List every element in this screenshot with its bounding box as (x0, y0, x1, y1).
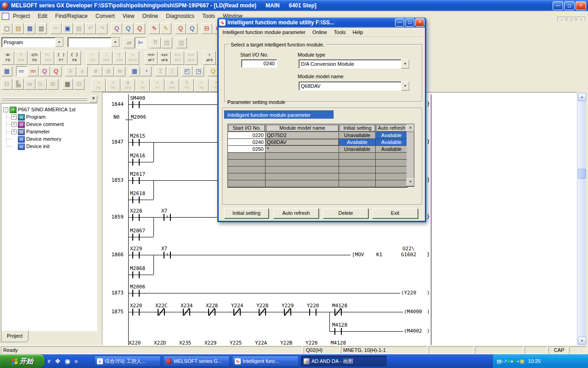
tab-intelligent-function-module-parameter[interactable]: Intelligent function module parameter (224, 110, 334, 119)
device-usage-list-button[interactable]: ◔ (141, 66, 152, 76)
chevron-down-icon[interactable]: ▼ (401, 81, 409, 91)
application-instruction-key[interactable]: { }F8 (68, 51, 81, 65)
exit-button[interactable]: Exit (372, 208, 418, 218)
tree-expand-icon[interactable]: − (3, 107, 8, 112)
transfer-setup-button[interactable]: ⊟ (201, 23, 212, 34)
menu-tools[interactable]: Tools (202, 13, 215, 19)
open-contact-key[interactable]: ⊣⊢F5 (1, 51, 14, 65)
open-window-button[interactable]: ◰ (181, 66, 192, 76)
panel-close-icon[interactable]: × (90, 95, 97, 103)
copy-button[interactable]: ▣ (62, 23, 73, 34)
minimize-button[interactable]: — (553, 1, 563, 10)
rising-pulse-key[interactable]: ⊣↑⊢sF7 (145, 51, 158, 65)
falling-pulse-key[interactable]: ⊣↓⊢sF8 (158, 51, 171, 65)
start-button[interactable]: 开始 (0, 354, 45, 368)
device-test-button[interactable]: ▦ (1, 66, 12, 76)
write-to-plc-button[interactable]: ✎ (149, 23, 160, 34)
cell-initial-setting[interactable]: Unavailable (339, 132, 376, 139)
tree-expand-icon[interactable]: + (11, 115, 17, 120)
scroll-thumb[interactable] (578, 169, 586, 179)
new-window-button[interactable]: ◳ (193, 66, 204, 76)
comment-input-button[interactable]: ▱ (124, 37, 135, 48)
cell-module-model[interactable]: QD75D2 (266, 132, 339, 139)
menu-findreplace[interactable]: Find/Replace (55, 13, 88, 19)
dialog-minimize-button[interactable]: — (395, 18, 404, 27)
parameter-table-scrollbar[interactable]: ▲ ▼ (407, 124, 414, 187)
open-project-button[interactable]: ▤ (13, 23, 24, 34)
module-type-select[interactable]: D/A Conversion Module ▼ (299, 59, 410, 69)
ladder-vertical-scrollbar[interactable]: ▲ ▼ (577, 93, 586, 345)
cell-initial-setting[interactable]: Available (339, 139, 376, 146)
cross-reference-button[interactable]: ▦ (129, 66, 140, 76)
dialog-menu-tools[interactable]: Tools (334, 29, 346, 35)
auto-refresh-button[interactable]: Auto refresh (273, 208, 319, 218)
menu-diagnostics[interactable]: Diagnostics (166, 13, 194, 19)
tray-input-icon[interactable]: ● (510, 358, 514, 364)
cell-module-model[interactable]: * (266, 146, 339, 153)
tree-item-p667-sino-america-1st[interactable]: −✦P667 SINO AMERICA 1st (1, 106, 96, 113)
task-1[interactable]: e综合讨论 工控人... (94, 356, 161, 367)
tree-expand-icon[interactable]: + (11, 122, 17, 127)
cell-module-model[interactable]: Q68DAV (266, 139, 339, 146)
monitor-stop-zoom-button[interactable]: Q (187, 23, 198, 34)
cell-start-io[interactable]: 0250 (228, 146, 266, 153)
tray-keyboard-icon[interactable]: ▤ (497, 358, 501, 364)
table-row[interactable]: 0240Q68DAVAvailableAvailable (228, 139, 407, 146)
save-project-button[interactable]: ▦ (24, 23, 35, 34)
monitor-zoom-button[interactable]: Q (175, 23, 186, 34)
program-type-combo[interactable]: Program ▼ (1, 37, 64, 47)
task-4[interactable]: AD AND DA - 画图 (301, 356, 387, 367)
new-project-button[interactable]: ▢ (1, 23, 12, 34)
panel-drag-grip[interactable] (2, 97, 87, 101)
menu-online[interactable]: Online (142, 13, 158, 19)
cell-start-io[interactable]: 0240 (228, 139, 266, 146)
initial-setting-button[interactable]: Initial setting (224, 208, 269, 218)
closed-contact-key[interactable]: ⊣∕⊢F6 (28, 51, 41, 65)
project-tab[interactable]: Project (1, 331, 28, 342)
cell-start-io[interactable]: 0220 (228, 132, 266, 139)
quick-launch-ie[interactable]: e (48, 357, 51, 365)
chevron-down-icon[interactable]: ▼ (111, 38, 119, 47)
table-row[interactable]: 0250*UnavailableAvailable (228, 146, 407, 153)
project-tree[interactable]: −✦P667 SINO AMERICA 1st+▤Program+▤Device… (1, 103, 97, 331)
quick-launch-more[interactable]: » (74, 357, 78, 365)
scroll-down-icon[interactable]: ▼ (578, 337, 586, 345)
menu-project[interactable]: Project (13, 13, 30, 19)
tree-item-program[interactable]: +▤Program (1, 114, 96, 121)
table-scroll-down-icon[interactable]: ▼ (407, 178, 414, 186)
tray-antivirus-icon[interactable]: ● (507, 358, 510, 364)
tray-connection-icon[interactable]: ↗ (503, 358, 507, 364)
cell-auto-refresh[interactable]: Available (376, 146, 407, 153)
project-tree-toggle-button[interactable]: ⊨ (135, 37, 146, 48)
monitor-mode-button[interactable]: Q (39, 66, 50, 76)
task-2[interactable]: MELSOFT series G... (163, 356, 230, 367)
find-instruction-button[interactable]: Q (123, 23, 134, 34)
cell-auto-refresh[interactable]: Available (376, 132, 407, 139)
quick-launch-desktop[interactable]: ❖ (55, 357, 61, 365)
write-mode-button[interactable]: ≕ (28, 66, 39, 76)
start-io-input[interactable]: 0240 (241, 59, 277, 68)
tree-expand-icon[interactable]: + (11, 129, 17, 134)
menu-edit[interactable]: Edit (38, 13, 47, 19)
program-list-button[interactable]: ▦ (62, 79, 73, 90)
dialog-close-button[interactable]: × (415, 18, 424, 27)
menu-convert[interactable]: Convert (96, 13, 115, 19)
menu-view[interactable]: View (123, 13, 135, 19)
delete-button[interactable]: Delete (323, 208, 368, 218)
dialog-menu-help[interactable]: Help (352, 29, 363, 35)
table-scroll-up-icon[interactable]: ▲ (407, 124, 414, 132)
tree-item-device-init[interactable]: ▤Device init (1, 143, 96, 150)
module-model-name-select[interactable]: Q68DAV ▼ (299, 81, 410, 91)
device-search-combo[interactable]: ▼ (68, 37, 120, 47)
find-string-button[interactable]: Q (134, 23, 145, 34)
scroll-up-icon[interactable]: ▲ (578, 93, 586, 101)
dialog-menu-online[interactable]: Online (312, 29, 327, 35)
restore-button[interactable]: ◻ (564, 1, 575, 10)
tray-browser-icon[interactable]: ● (516, 358, 520, 364)
mdi-child-icon[interactable] (2, 13, 9, 20)
print-button[interactable]: ▥ (36, 23, 47, 34)
read-mode-button[interactable]: ≔ (16, 66, 27, 76)
cell-initial-setting[interactable]: Unavailable (339, 146, 376, 153)
tree-item-device-memory[interactable]: ▤Device memory (1, 136, 96, 143)
tree-item-parameter[interactable]: +▤Parameter (1, 128, 96, 135)
